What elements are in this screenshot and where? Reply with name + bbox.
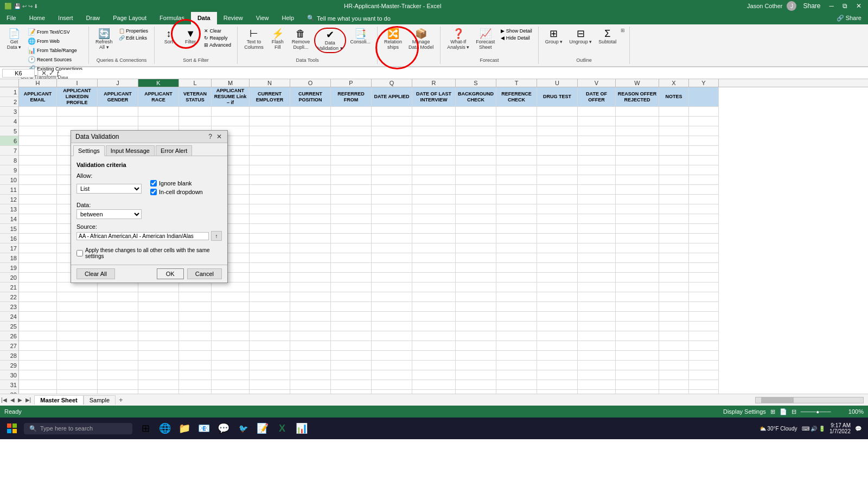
row-num-25[interactable]: 25 (0, 322, 18, 331)
cell-r30-c2[interactable] (98, 380, 138, 390)
cell-r26-c13[interactable] (537, 341, 578, 351)
cell-r14-c17[interactable] (689, 224, 719, 234)
cell-r30-c12[interactable] (496, 380, 537, 390)
cell-r10-c8[interactable] (331, 185, 372, 195)
cell-r2-c6[interactable] (250, 107, 290, 117)
cell-r11-c16[interactable] (659, 195, 689, 204)
cell-r12-c15[interactable] (616, 204, 659, 214)
ignore-blank-checkbox[interactable] (150, 180, 157, 187)
cell-r5-c13[interactable] (537, 136, 578, 146)
header-cell-3[interactable]: APPLICANT RACE (138, 87, 179, 107)
cell-r31-c15[interactable] (616, 390, 659, 394)
cell-r18-c0[interactable] (19, 263, 57, 273)
cell-r17-c14[interactable] (578, 253, 616, 263)
taskbar-file-explorer[interactable]: 📁 (176, 420, 193, 437)
cell-r8-c15[interactable] (616, 165, 659, 175)
recent-sources-button[interactable]: 🕐Recent Sources (26, 55, 84, 64)
cell-r27-c8[interactable] (331, 351, 372, 361)
dialog-tab-settings[interactable]: Settings (73, 145, 105, 156)
cell-r14-c13[interactable] (537, 224, 578, 234)
cell-r28-c10[interactable] (412, 361, 456, 370)
quick-access[interactable]: 💾 ↩ ↪ ⬇ (14, 3, 38, 9)
taskbar-edge[interactable]: 🌐 (156, 420, 174, 437)
cell-r27-c5[interactable] (212, 351, 250, 361)
cell-r23-c6[interactable] (250, 312, 290, 322)
cell-r12-c0[interactable] (19, 204, 57, 214)
cell-r23-c2[interactable] (98, 312, 138, 322)
cell-r20-c13[interactable] (537, 282, 578, 292)
cell-r13-c16[interactable] (659, 214, 689, 224)
confirm-formula-icon[interactable]: ✓ (49, 69, 54, 77)
col-header-U[interactable]: U (537, 79, 578, 87)
cell-r12-c11[interactable] (456, 204, 496, 214)
cell-r28-c14[interactable] (578, 361, 616, 370)
cell-r3-c5[interactable] (212, 117, 250, 126)
cell-r28-c12[interactable] (496, 361, 537, 370)
header-cell-2[interactable]: APPLICANT GENDER (98, 87, 138, 107)
tab-draw[interactable]: Draw (80, 12, 107, 24)
cell-r5-c12[interactable] (496, 136, 537, 146)
cell-r16-c0[interactable] (19, 243, 57, 253)
cell-r10-c10[interactable] (412, 185, 456, 195)
tab-insert[interactable]: Insert (52, 12, 80, 24)
cell-r11-c15[interactable] (616, 195, 659, 204)
cell-r9-c8[interactable] (331, 175, 372, 185)
cell-r26-c3[interactable] (138, 341, 179, 351)
cell-r18-c16[interactable] (659, 263, 689, 273)
cell-r23-c0[interactable] (19, 312, 57, 322)
cell-r11-c12[interactable] (496, 195, 537, 204)
from-web-button[interactable]: 🌐From Web (26, 37, 84, 46)
cell-r20-c14[interactable] (578, 282, 616, 292)
cell-r11-c14[interactable] (578, 195, 616, 204)
cell-r28-c2[interactable] (98, 361, 138, 370)
row-num-31[interactable]: 31 (0, 380, 18, 390)
cell-r20-c1[interactable] (57, 282, 98, 292)
view-page-break-icon[interactable]: ⊟ (792, 408, 796, 415)
cell-r20-c6[interactable] (250, 282, 290, 292)
cell-r26-c11[interactable] (456, 341, 496, 351)
cell-r21-c4[interactable] (179, 292, 212, 302)
row-num-7[interactable]: 7 (0, 146, 18, 156)
row-num-10[interactable]: 10 (0, 175, 18, 185)
cell-r16-c15[interactable] (616, 243, 659, 253)
cell-r24-c8[interactable] (331, 322, 372, 331)
row-num-24[interactable]: 24 (0, 312, 18, 322)
cell-r4-c6[interactable] (250, 126, 290, 136)
cell-r10-c0[interactable] (19, 185, 57, 195)
cell-r2-c10[interactable] (412, 107, 456, 117)
what-if-button[interactable]: ❓ What-IfAnalysis ▾ (445, 28, 471, 51)
cell-r12-c6[interactable] (250, 204, 290, 214)
cell-r22-c11[interactable] (456, 302, 496, 312)
row-num-6[interactable]: 6 (0, 136, 18, 146)
cell-r14-c10[interactable] (412, 224, 456, 234)
cell-r8-c6[interactable] (250, 165, 290, 175)
cell-r22-c16[interactable] (659, 302, 689, 312)
cell-r27-c14[interactable] (578, 351, 616, 361)
cell-r17-c15[interactable] (616, 253, 659, 263)
cell-r2-c11[interactable] (456, 107, 496, 117)
cell-r25-c12[interactable] (496, 331, 537, 341)
cell-r31-c13[interactable] (537, 390, 578, 394)
row-num-13[interactable]: 13 (0, 204, 18, 214)
row-num-30[interactable]: 30 (0, 370, 18, 380)
cell-r3-c14[interactable] (578, 117, 616, 126)
cell-r7-c9[interactable] (372, 156, 412, 165)
cell-r22-c6[interactable] (250, 302, 290, 312)
tab-data[interactable]: Data (191, 12, 217, 24)
cell-r12-c14[interactable] (578, 204, 616, 214)
cell-r29-c13[interactable] (537, 370, 578, 380)
cell-r22-c7[interactable] (290, 302, 331, 312)
cancel-button[interactable]: Cancel (187, 268, 222, 279)
cell-r4-c16[interactable] (659, 126, 689, 136)
cell-r3-c15[interactable] (616, 117, 659, 126)
cell-r29-c5[interactable] (212, 370, 250, 380)
cell-r27-c4[interactable] (179, 351, 212, 361)
cell-r9-c0[interactable] (19, 175, 57, 185)
cell-r30-c17[interactable] (689, 380, 719, 390)
cell-r29-c11[interactable] (456, 370, 496, 380)
cell-r25-c17[interactable] (689, 331, 719, 341)
cell-r4-c10[interactable] (412, 126, 456, 136)
cell-r3-c7[interactable] (290, 117, 331, 126)
cell-r4-c7[interactable] (290, 126, 331, 136)
cell-r14-c9[interactable] (372, 224, 412, 234)
